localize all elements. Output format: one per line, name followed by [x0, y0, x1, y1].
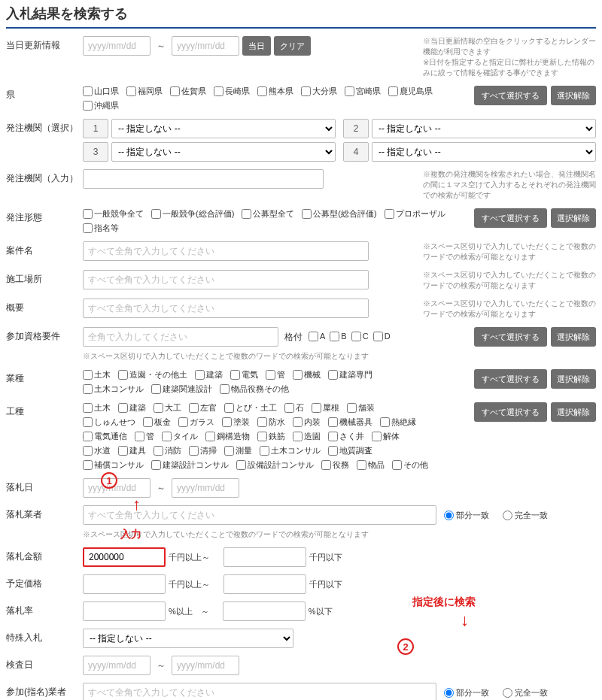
work-select-all[interactable]: すべて選択する: [474, 402, 547, 422]
cb-work-17[interactable]: 管: [135, 431, 154, 442]
cb-ind-5[interactable]: 機械: [293, 369, 321, 380]
cb-work-31[interactable]: 補償コンサル: [83, 459, 144, 471]
rate-from[interactable]: [83, 602, 166, 621]
ind-deselect[interactable]: 選択解除: [551, 369, 596, 389]
sel-org-4[interactable]: -- 指定しない --: [372, 142, 596, 162]
date-from[interactable]: [83, 36, 150, 56]
cb-ind-3[interactable]: 電気: [230, 369, 258, 380]
qual-input[interactable]: [83, 327, 278, 347]
loc-input[interactable]: [83, 270, 369, 289]
radio-partial[interactable]: 部分一致: [444, 510, 489, 521]
cb-work-26[interactable]: 消防: [154, 445, 181, 456]
cb-work-25[interactable]: 建具: [118, 445, 146, 456]
cb-pref-4[interactable]: 熊本県: [257, 86, 293, 97]
sel-org-1[interactable]: -- 指定しない --: [111, 119, 336, 138]
summary-input[interactable]: [83, 298, 369, 318]
sel-special[interactable]: -- 指定しない --: [83, 629, 293, 648]
cb-work-35[interactable]: 物品: [357, 459, 385, 471]
cb-pref-6[interactable]: 宮崎県: [345, 86, 381, 97]
cb-work-28[interactable]: 測量: [224, 445, 252, 456]
cb-work-2[interactable]: 大工: [154, 402, 181, 414]
amount-from[interactable]: [83, 547, 166, 567]
cb-work-27[interactable]: 清掃: [189, 445, 217, 456]
cb-ind-7[interactable]: 土木コンサル: [83, 383, 144, 395]
cb-work-21[interactable]: 造園: [293, 431, 321, 442]
cb-rank-B[interactable]: B: [330, 332, 346, 341]
cb-work-33[interactable]: 設備設計コンサル: [236, 459, 314, 471]
rate-to[interactable]: [223, 602, 306, 621]
qual-select-all[interactable]: すべて選択する: [474, 327, 547, 347]
sel-org-3[interactable]: -- 指定しない --: [111, 142, 336, 162]
cb-rank-D[interactable]: D: [373, 332, 391, 341]
cb-work-11[interactable]: 塗装: [222, 417, 250, 428]
cb-pref-0[interactable]: 山口県: [83, 86, 119, 97]
cb-ind-4[interactable]: 管: [266, 369, 285, 380]
award-to[interactable]: [172, 478, 239, 498]
cb-work-12[interactable]: 防水: [257, 417, 285, 428]
est-to[interactable]: [223, 574, 306, 594]
cb-work-15[interactable]: 熱絶縁: [380, 417, 416, 428]
cb-work-20[interactable]: 鉄筋: [257, 431, 285, 442]
cb-form-4[interactable]: プロポーザル: [385, 208, 445, 220]
cb-ind-1[interactable]: 造園・その他土: [118, 369, 187, 380]
cb-work-4[interactable]: とび・土工: [224, 402, 277, 414]
pref-deselect[interactable]: 選択解除: [551, 86, 596, 105]
cb-pref-2[interactable]: 佐賀県: [170, 86, 206, 97]
est-from[interactable]: [83, 574, 166, 594]
cb-ind-0[interactable]: 土木: [83, 369, 111, 380]
radio-exact[interactable]: 完全一致: [503, 510, 548, 521]
cb-pref-7[interactable]: 鹿児島県: [388, 86, 433, 97]
cb-work-24[interactable]: 水道: [83, 445, 111, 456]
cb-form-1[interactable]: 一般競争(総合評価): [151, 208, 234, 220]
cb-work-0[interactable]: 土木: [83, 402, 111, 414]
cb-form-0[interactable]: 一般競争全て: [83, 208, 144, 220]
cb-work-10[interactable]: ガラス: [178, 417, 214, 428]
cb-work-1[interactable]: 建築: [118, 402, 146, 414]
cb-work-36[interactable]: その他: [392, 459, 428, 471]
cb-work-16[interactable]: 電気通信: [83, 431, 127, 442]
ind-select-all[interactable]: すべて選択する: [474, 369, 547, 389]
cb-work-19[interactable]: 鋼構造物: [205, 431, 250, 442]
cb-ind-2[interactable]: 建築: [195, 369, 223, 380]
cb-work-32[interactable]: 建築設計コンサル: [151, 459, 229, 471]
cb-work-3[interactable]: 左官: [189, 402, 217, 414]
cb-work-9[interactable]: 板金: [143, 417, 171, 428]
amount-to[interactable]: [223, 547, 306, 567]
cb-work-7[interactable]: 舗装: [347, 402, 375, 414]
cb-form-3[interactable]: 公募型(総合評価): [302, 208, 376, 220]
btn-today[interactable]: 当日: [242, 36, 271, 56]
cb-work-29[interactable]: 土木コンサル: [260, 445, 321, 456]
cb-ind-6[interactable]: 建築専門: [328, 369, 372, 380]
cb-pref-8[interactable]: 沖縄県: [83, 100, 119, 111]
cb-work-13[interactable]: 内装: [293, 417, 321, 428]
cb-work-23[interactable]: 解体: [372, 431, 400, 442]
cb-work-5[interactable]: 石: [284, 402, 304, 414]
cb-rank-A[interactable]: A: [309, 332, 325, 341]
form-select-all[interactable]: すべて選択する: [474, 208, 547, 228]
cb-form-5[interactable]: 指名等: [83, 223, 119, 234]
radio-exact-2[interactable]: 完全一致: [503, 687, 548, 698]
cb-ind-9[interactable]: 物品役務その他: [220, 383, 289, 395]
nominee-input[interactable]: [83, 683, 436, 700]
date-to[interactable]: [172, 36, 239, 56]
cb-work-18[interactable]: タイル: [162, 431, 198, 442]
cb-rank-C[interactable]: C: [351, 332, 369, 341]
cb-pref-5[interactable]: 大分県: [301, 86, 337, 97]
cb-work-22[interactable]: さく井: [328, 431, 364, 442]
org-input[interactable]: [83, 169, 324, 189]
qual-deselect[interactable]: 選択解除: [551, 327, 596, 347]
cb-pref-3[interactable]: 長崎県: [214, 86, 250, 97]
btn-clear-date[interactable]: クリア: [274, 36, 311, 56]
cb-ind-8[interactable]: 建築関連設計: [151, 383, 212, 395]
cb-work-30[interactable]: 地質調査: [328, 445, 372, 456]
cb-work-14[interactable]: 機械器具: [328, 417, 372, 428]
sel-org-2[interactable]: -- 指定しない --: [372, 119, 596, 138]
insp-from[interactable]: [83, 656, 150, 675]
cb-pref-1[interactable]: 福岡県: [126, 86, 163, 97]
cb-work-8[interactable]: しゅんせつ: [83, 417, 135, 428]
work-deselect[interactable]: 選択解除: [551, 402, 596, 422]
proj-input[interactable]: [83, 241, 369, 261]
cb-work-34[interactable]: 役務: [321, 459, 349, 471]
pref-select-all[interactable]: すべて選択する: [474, 86, 547, 105]
cb-work-6[interactable]: 屋根: [312, 402, 339, 414]
